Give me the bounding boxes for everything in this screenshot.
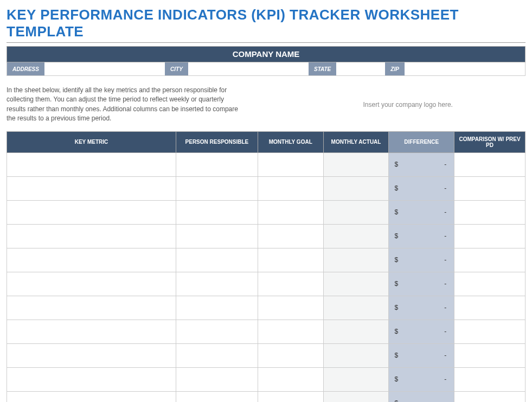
- cell-person[interactable]: [176, 343, 258, 367]
- cell-actual[interactable]: [323, 176, 389, 200]
- cell-key-metric[interactable]: [7, 224, 176, 248]
- cell-key-metric[interactable]: [7, 296, 176, 320]
- cell-key-metric[interactable]: [7, 272, 176, 296]
- address-input[interactable]: [44, 62, 165, 75]
- cell-goal[interactable]: [258, 272, 323, 296]
- cell-person[interactable]: [176, 272, 258, 296]
- difference-value: -: [444, 328, 446, 335]
- zip-label: ZIP: [385, 62, 405, 75]
- cell-difference: $-: [389, 367, 454, 391]
- cell-difference: $-: [389, 248, 454, 272]
- cell-key-metric[interactable]: [7, 152, 176, 176]
- cell-key-metric[interactable]: [7, 176, 176, 200]
- cell-goal[interactable]: [258, 176, 323, 200]
- page-title: KEY PERFORMANCE INDICATORS (KPI) TRACKER…: [7, 7, 525, 43]
- cell-difference: $-: [389, 224, 454, 248]
- cell-difference: $-: [389, 272, 454, 296]
- cell-comparison[interactable]: [454, 248, 525, 272]
- difference-value: -: [444, 280, 446, 288]
- th-goal: MONTHLY GOAL: [258, 131, 323, 152]
- difference-value: -: [444, 161, 446, 168]
- table-row: $-: [7, 320, 525, 343]
- cell-goal[interactable]: [258, 296, 323, 320]
- state-input[interactable]: [336, 62, 385, 75]
- cell-actual[interactable]: [323, 272, 389, 296]
- table-row: $-: [7, 367, 525, 391]
- cell-actual[interactable]: [323, 367, 389, 391]
- cell-comparison[interactable]: [454, 272, 525, 296]
- table-row: $-: [7, 176, 525, 200]
- cell-person[interactable]: [176, 296, 258, 320]
- logo-placeholder[interactable]: Insert your company logo here.: [258, 86, 526, 124]
- city-label: CITY: [165, 62, 188, 75]
- cell-person[interactable]: [176, 391, 258, 402]
- cell-person[interactable]: [176, 367, 258, 391]
- cell-actual[interactable]: [323, 248, 389, 272]
- city-input[interactable]: [188, 62, 309, 75]
- cell-person[interactable]: [176, 248, 258, 272]
- currency-symbol: $: [394, 375, 398, 383]
- cell-person[interactable]: [176, 200, 258, 224]
- table-row: $-: [7, 248, 525, 272]
- difference-value: -: [444, 232, 446, 240]
- cell-actual[interactable]: [323, 296, 389, 320]
- cell-difference: $-: [389, 200, 454, 224]
- cell-comparison[interactable]: [454, 152, 525, 176]
- cell-goal[interactable]: [258, 224, 323, 248]
- th-actual: MONTHLY ACTUAL: [323, 131, 389, 152]
- cell-actual[interactable]: [323, 224, 389, 248]
- cell-goal[interactable]: [258, 391, 323, 402]
- table-row: $-: [7, 296, 525, 320]
- cell-key-metric[interactable]: [7, 320, 176, 343]
- cell-actual[interactable]: [323, 152, 389, 176]
- th-person: PERSON RESPONSIBLE: [176, 131, 258, 152]
- cell-goal[interactable]: [258, 248, 323, 272]
- cell-goal[interactable]: [258, 320, 323, 343]
- address-row: ADDRESS CITY STATE ZIP: [7, 62, 525, 76]
- difference-value: -: [444, 208, 446, 216]
- cell-person[interactable]: [176, 320, 258, 343]
- cell-comparison[interactable]: [454, 391, 525, 402]
- difference-value: -: [444, 399, 446, 402]
- cell-key-metric[interactable]: [7, 200, 176, 224]
- cell-actual[interactable]: [323, 391, 389, 402]
- state-label: STATE: [309, 62, 336, 75]
- currency-symbol: $: [394, 399, 398, 402]
- cell-goal[interactable]: [258, 367, 323, 391]
- difference-value: -: [444, 256, 446, 264]
- cell-key-metric[interactable]: [7, 248, 176, 272]
- currency-symbol: $: [394, 184, 398, 192]
- cell-difference: $-: [389, 152, 454, 176]
- cell-goal[interactable]: [258, 200, 323, 224]
- cell-person[interactable]: [176, 152, 258, 176]
- cell-comparison[interactable]: [454, 296, 525, 320]
- cell-key-metric[interactable]: [7, 391, 176, 402]
- currency-symbol: $: [394, 161, 398, 168]
- address-label: ADDRESS: [7, 62, 44, 75]
- cell-actual[interactable]: [323, 343, 389, 367]
- cell-difference: $-: [389, 176, 454, 200]
- table-header-row: KEY METRIC PERSON RESPONSIBLE MONTHLY GO…: [7, 131, 525, 152]
- cell-goal[interactable]: [258, 343, 323, 367]
- cell-comparison[interactable]: [454, 343, 525, 367]
- cell-comparison[interactable]: [454, 320, 525, 343]
- cell-actual[interactable]: [323, 200, 389, 224]
- cell-key-metric[interactable]: [7, 367, 176, 391]
- currency-symbol: $: [394, 256, 398, 264]
- table-row: $-: [7, 272, 525, 296]
- th-key-metric: KEY METRIC: [7, 131, 176, 152]
- difference-value: -: [444, 375, 446, 383]
- cell-comparison[interactable]: [454, 367, 525, 391]
- zip-input[interactable]: [405, 62, 525, 75]
- cell-comparison[interactable]: [454, 224, 525, 248]
- cell-comparison[interactable]: [454, 200, 525, 224]
- cell-actual[interactable]: [323, 320, 389, 343]
- cell-goal[interactable]: [258, 152, 323, 176]
- cell-difference: $-: [389, 343, 454, 367]
- cell-key-metric[interactable]: [7, 343, 176, 367]
- cell-person[interactable]: [176, 176, 258, 200]
- currency-symbol: $: [394, 232, 398, 240]
- cell-comparison[interactable]: [454, 176, 525, 200]
- cell-person[interactable]: [176, 224, 258, 248]
- currency-symbol: $: [394, 352, 398, 359]
